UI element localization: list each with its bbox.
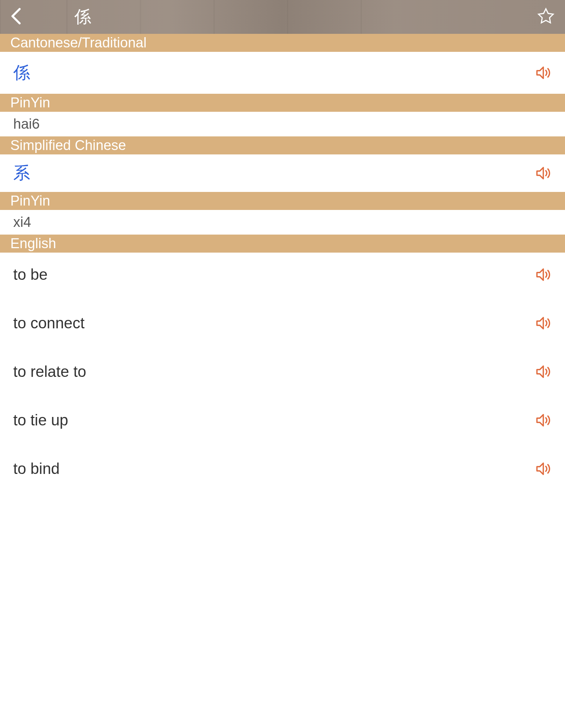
english-definition-row: to connect xyxy=(0,305,565,342)
svg-marker-2 xyxy=(537,168,543,179)
cantonese-pinyin: hai6 xyxy=(0,112,565,136)
play-audio-simplified[interactable] xyxy=(535,165,552,182)
play-audio-english[interactable] xyxy=(535,412,552,429)
svg-marker-6 xyxy=(537,415,543,426)
english-definition: to bind xyxy=(13,460,60,478)
english-definition: to relate to xyxy=(13,363,86,381)
play-audio-english[interactable] xyxy=(535,460,552,477)
english-definition-row: to tie up xyxy=(0,402,565,439)
english-definition-row: to be xyxy=(0,256,565,293)
cantonese-character-row: 係 xyxy=(0,52,565,94)
svg-marker-1 xyxy=(537,67,543,79)
favorite-button[interactable] xyxy=(537,7,555,26)
speaker-icon xyxy=(535,412,552,429)
cantonese-character: 係 xyxy=(13,61,30,84)
speaker-icon xyxy=(535,460,552,477)
section-pinyin-simplified: PinYin xyxy=(0,192,565,210)
section-cantonese-traditional: Cantonese/Traditional xyxy=(0,34,565,52)
svg-marker-7 xyxy=(537,463,543,475)
svg-marker-0 xyxy=(539,9,553,23)
svg-marker-5 xyxy=(537,366,543,378)
simplified-pinyin: xi4 xyxy=(0,210,565,235)
english-definition-row: to bind xyxy=(0,450,565,487)
play-audio-cantonese[interactable] xyxy=(535,64,552,81)
english-definition-row: to relate to xyxy=(0,353,565,390)
page-title: 係 xyxy=(74,6,91,28)
simplified-character-row: 系 xyxy=(0,154,565,192)
speaker-icon xyxy=(535,315,552,332)
speaker-icon xyxy=(535,165,552,182)
play-audio-english[interactable] xyxy=(535,315,552,332)
header-bar: 係 xyxy=(0,0,565,34)
english-definitions-list: to be to connect to relate to xyxy=(0,253,565,487)
english-definition: to connect xyxy=(13,314,85,332)
back-button[interactable] xyxy=(10,7,23,27)
speaker-icon xyxy=(535,64,552,81)
chevron-left-icon xyxy=(10,7,23,25)
section-simplified-chinese: Simplified Chinese xyxy=(0,136,565,154)
star-icon xyxy=(537,7,555,25)
play-audio-english[interactable] xyxy=(535,266,552,283)
svg-marker-4 xyxy=(537,318,543,329)
speaker-icon xyxy=(535,363,552,380)
play-audio-english[interactable] xyxy=(535,363,552,380)
english-definition: to tie up xyxy=(13,411,68,429)
english-definition: to be xyxy=(13,266,47,283)
svg-marker-3 xyxy=(537,269,543,281)
simplified-character: 系 xyxy=(13,162,30,185)
section-pinyin-cantonese: PinYin xyxy=(0,94,565,112)
speaker-icon xyxy=(535,266,552,283)
section-english: English xyxy=(0,235,565,253)
